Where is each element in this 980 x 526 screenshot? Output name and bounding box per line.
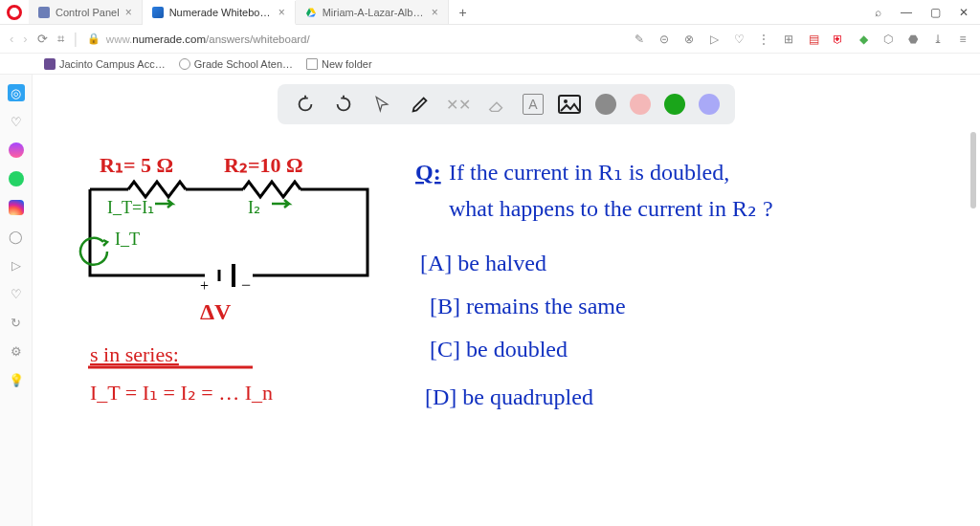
tab-label: Miriam-A-Lazar-Albert-Ta… — [323, 7, 426, 18]
sidebar-bulb-icon[interactable]: 💡 — [8, 371, 25, 388]
url-subdomain: www. — [106, 33, 132, 45]
sidebar-settings-icon[interactable]: ⚙ — [8, 342, 25, 360]
ext-icon-11[interactable]: ⬣ — [905, 32, 921, 47]
tab-control-panel[interactable]: Control Panel × — [29, 0, 143, 24]
ext-icon-10[interactable]: ⬡ — [880, 32, 896, 47]
easy-setup-button[interactable]: ≡ — [955, 32, 970, 47]
ext-icon-8[interactable]: ⛨ — [831, 32, 846, 47]
sidebar-play-icon[interactable]: ▷ — [8, 256, 25, 274]
titlebar: Control Panel × Numerade Whiteboard × Mi… — [0, 0, 980, 25]
maximize-button[interactable]: ▢ — [926, 6, 944, 19]
bookmark-grade-school[interactable]: Grade School Aten… — [179, 58, 293, 70]
i1-label: I_T=I₁ — [107, 198, 154, 217]
address-bar[interactable]: 🔒 www.numerade.com/answers/whiteboard/ — [87, 33, 310, 45]
new-tab-button[interactable]: + — [449, 0, 478, 24]
close-icon[interactable]: × — [125, 6, 132, 19]
plus-label: + — [200, 277, 209, 294]
reload-button[interactable]: ⟳ — [37, 32, 48, 46]
minimize-button[interactable]: — — [898, 6, 915, 19]
navbar: ‹ › ⟳ ⌗ | 🔒 www.numerade.com/answers/whi… — [0, 25, 980, 54]
bookmarks-bar: Jacinto Campus Acc… Grade School Aten… N… — [0, 54, 980, 75]
folder-icon — [306, 58, 318, 70]
sidebar-circle-icon[interactable]: ◯ — [8, 228, 25, 245]
option-d: [D] be quadrupled — [425, 384, 593, 409]
sidebar-history-icon[interactable]: ↻ — [8, 314, 25, 331]
url-host: numerade.com — [132, 33, 206, 45]
option-a: [A] be halved — [420, 251, 546, 275]
gdrive-icon — [305, 7, 317, 18]
it-label: I_T — [115, 230, 140, 249]
bookmark-label: Grade School Aten… — [194, 58, 293, 70]
r1-label: R₁= 5 Ω — [100, 153, 173, 177]
url-path: /answers/whiteboard/ — [206, 33, 310, 45]
sidebar-heart-icon[interactable]: ♡ — [8, 113, 25, 130]
bookmark-icon — [179, 58, 190, 70]
series-equation: I_T = I₁ = I₂ = … I_n — [90, 381, 273, 405]
ext-icon-2[interactable]: ⊗ — [681, 32, 697, 47]
opera-logo-icon — [7, 5, 22, 20]
bookmark-jacinto[interactable]: Jacinto Campus Acc… — [44, 58, 166, 70]
question-prefix: Q: — [415, 160, 441, 185]
bookmark-new-folder[interactable]: New folder — [306, 58, 372, 70]
ext-icon-3[interactable]: ▷ — [706, 32, 722, 47]
ext-icon-1[interactable]: ⊝ — [657, 32, 672, 47]
ext-icon-0[interactable]: ✎ — [632, 32, 647, 47]
ext-icon-4[interactable]: ♡ — [731, 32, 746, 47]
opera-sidebar: ◎ ♡ ◯ ▷ ♡ ↻ ⚙ 💡 — [0, 75, 33, 526]
question-line1: If the current in R₁ is doubled, — [449, 160, 729, 185]
speed-dial-button[interactable]: ⌗ — [57, 32, 64, 47]
r2-label: R₂=10 Ω — [224, 153, 303, 177]
ext-icon-5[interactable]: ⋮ — [756, 32, 771, 47]
deltav-label: ΔV — [200, 299, 232, 324]
tab-label: Numerade Whiteboard — [169, 7, 273, 18]
i2-label: I₂ — [248, 198, 260, 217]
ext-icon-12[interactable]: ⤓ — [930, 32, 946, 47]
bookmark-label: New folder — [322, 58, 372, 70]
vertical-scrollbar[interactable] — [969, 132, 978, 516]
ext-icon-9[interactable]: ◆ — [856, 32, 871, 47]
plus-icon: + — [459, 5, 467, 20]
tab-label: Control Panel — [56, 7, 120, 18]
window-controls: ⌕ — ▢ ✕ — [861, 0, 980, 24]
sidebar-messenger-icon[interactable] — [8, 142, 25, 159]
ext-icon-7[interactable]: ▤ — [806, 32, 821, 47]
sidebar-heart2-icon[interactable]: ♡ — [8, 285, 25, 302]
sidebar-instagram-icon[interactable] — [8, 199, 25, 216]
ext-icon-6[interactable]: ⊞ — [781, 32, 796, 47]
whiteboard-canvas[interactable]: R₁= 5 Ω R₂=10 Ω I_T=I₁ I₂ I_T + − ΔV s i… — [33, 75, 980, 526]
scrollbar-thumb[interactable] — [970, 132, 976, 208]
close-window-button[interactable]: ✕ — [955, 6, 972, 19]
option-c: [C] be doubled — [430, 337, 568, 362]
forward-button[interactable]: › — [23, 32, 27, 46]
bookmark-label: Jacinto Campus Acc… — [59, 58, 166, 70]
search-button[interactable]: ⌕ — [869, 6, 886, 19]
tab-numerade-whiteboard[interactable]: Numerade Whiteboard × — [143, 1, 296, 25]
series-title: s in series: — [90, 342, 179, 366]
php-icon — [38, 7, 50, 18]
minus-label: − — [241, 275, 251, 295]
sidebar-home-icon[interactable]: ◎ — [8, 84, 25, 101]
lock-icon: 🔒 — [87, 33, 100, 45]
numerade-icon — [152, 7, 164, 18]
sidebar-whatsapp-icon[interactable] — [8, 170, 25, 187]
back-button[interactable]: ‹ — [10, 32, 13, 46]
main: ◎ ♡ ◯ ▷ ♡ ↻ ⚙ 💡 ✕✕ A — [0, 75, 980, 526]
close-icon[interactable]: × — [278, 6, 285, 19]
question-line2: what happens to the current in R₂ ? — [449, 196, 773, 221]
bookmark-icon — [44, 58, 56, 70]
page-content: ✕✕ A — [33, 75, 980, 526]
tab-miriam-doc[interactable]: Miriam-A-Lazar-Albert-Ta… × — [296, 0, 449, 24]
opera-menu-button[interactable] — [0, 0, 29, 24]
option-b: [B] remains the same — [430, 294, 626, 318]
extensions-area: ✎ ⊝ ⊗ ▷ ♡ ⋮ ⊞ ▤ ⛨ ◆ ⬡ ⬣ ⤓ ≡ — [632, 32, 970, 47]
close-icon[interactable]: × — [432, 6, 438, 19]
